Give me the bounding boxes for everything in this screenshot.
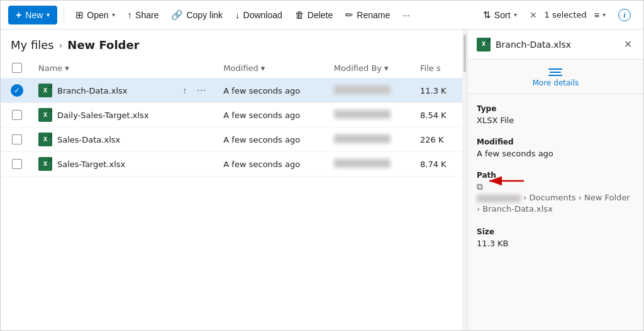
delete-label: Delete: [308, 10, 333, 20]
row-name-cell: XDaily-Sales-Target.xlsx↑⋯: [31, 103, 216, 128]
col-modified-by-header: Modified By ▾: [326, 58, 413, 79]
rename-button[interactable]: ✏ Rename: [340, 6, 395, 24]
xlsx-file-icon: X: [38, 108, 52, 122]
details-close-button[interactable]: ✕: [621, 37, 635, 52]
modified-value: A few seconds ago: [477, 149, 635, 158]
row-share-button[interactable]: ↑: [180, 158, 189, 170]
vertical-scrollbar[interactable]: [462, 30, 467, 331]
row-share-button[interactable]: ↑: [180, 109, 189, 121]
more-button[interactable]: ···: [397, 7, 415, 23]
modified-by-blurred: [334, 134, 391, 143]
select-all-checkbox[interactable]: [12, 63, 22, 73]
rename-icon: ✏: [345, 9, 353, 21]
file-name: Sales-Data.xlsx: [57, 135, 120, 144]
row-share-button[interactable]: ↑: [180, 133, 189, 146]
row-modified-cell: A few seconds ago: [216, 128, 326, 152]
row-checkbox-cell: ✓: [1, 79, 31, 103]
col-checkbox: [1, 58, 31, 79]
new-label: New: [25, 10, 43, 20]
details-filename-row: X Branch-Data.xlsx: [477, 38, 571, 52]
hamburger-line-2: [550, 72, 561, 73]
checked-icon[interactable]: ✓: [11, 84, 23, 97]
row-modified-cell: A few seconds ago: [216, 152, 326, 176]
table-row[interactable]: ✓XBranch-Data.xlsx↑⋯A few seconds ago11.…: [1, 79, 462, 103]
breadcrumb-separator: ›: [59, 40, 63, 50]
row-more-button[interactable]: ⋯: [194, 158, 208, 170]
modified-by-sort-button[interactable]: Modified By ▾: [334, 63, 389, 73]
unchecked-checkbox[interactable]: [12, 110, 22, 120]
deselect-button[interactable]: ✕: [525, 7, 542, 23]
details-tabs: More details: [468, 60, 643, 94]
size-value: 11.3 KB: [477, 239, 635, 248]
row-more-button[interactable]: ⋯: [194, 133, 208, 146]
table-row[interactable]: XDaily-Sales-Target.xlsx↑⋯A few seconds …: [1, 103, 462, 128]
open-button[interactable]: ⊞ Open ▾: [70, 6, 119, 24]
unchecked-checkbox[interactable]: [12, 134, 22, 144]
toolbar-right: ⇅ Sort ▾ ✕ 1 selected ≡ ▾ i: [478, 6, 636, 24]
share-label: Share: [135, 10, 158, 20]
share-icon: ↑: [128, 9, 133, 20]
modified-by-blurred: [334, 85, 391, 94]
unchecked-checkbox[interactable]: [12, 159, 22, 169]
row-more-button[interactable]: ⋯: [194, 84, 208, 97]
modified-sort-icon: ▾: [261, 63, 265, 73]
modified-by-sort-icon: ▾: [384, 63, 389, 73]
col-name-header: Name ▾: [31, 58, 216, 79]
details-panel: X Branch-Data.xlsx ✕ More details Type X…: [467, 30, 643, 331]
row-modified-by-cell: [326, 103, 413, 128]
details-tab-label: More details: [533, 79, 579, 87]
row-modified-cell: A few seconds ago: [216, 79, 326, 103]
sort-button[interactable]: ⇅ Sort ▾: [478, 6, 522, 24]
trash-icon: 🗑: [295, 9, 304, 20]
rename-label: Rename: [357, 10, 390, 20]
info-button[interactable]: i: [613, 6, 636, 24]
table-header: Name ▾ Modified ▾ Modifi: [1, 58, 462, 79]
modified-by-blurred: [334, 110, 391, 119]
name-sort-button[interactable]: Name ▾: [38, 63, 69, 73]
breadcrumb-root[interactable]: My files: [11, 38, 54, 52]
col-name-label: Name: [38, 63, 62, 73]
new-button[interactable]: + New ▾: [8, 6, 57, 24]
file-panel: My files › New Folder Name: [1, 30, 462, 331]
xlsx-file-icon: X: [38, 133, 52, 146]
path-section: Path ⧉ › Documents › Ne: [477, 171, 635, 215]
download-icon: ↓: [235, 9, 240, 20]
download-label: Download: [243, 10, 282, 20]
row-checkbox-cell: [1, 103, 31, 128]
row-name-cell: XSales-Target.xlsx↑⋯: [31, 152, 216, 176]
path-blurred: [477, 195, 521, 202]
modified-sort-button[interactable]: Modified ▾: [223, 63, 265, 73]
row-size-cell: 8.54 K: [413, 103, 462, 128]
main-area: My files › New Folder Name: [1, 30, 643, 331]
file-name: Daily-Sales-Target.xlsx: [57, 111, 149, 120]
breadcrumb-current: New Folder: [67, 38, 139, 52]
copy-link-button[interactable]: 🔗 Copy link: [166, 6, 228, 24]
view-toggle-button[interactable]: ≡ ▾: [589, 7, 611, 23]
row-name-cell: XSales-Data.xlsx↑⋯: [31, 128, 216, 152]
modified-section: Modified A few seconds ago: [477, 138, 635, 158]
plus-icon: +: [16, 9, 21, 21]
scrollbar-thumb: [464, 35, 466, 72]
table-row[interactable]: XSales-Target.xlsx↑⋯A few seconds ago8.7…: [1, 152, 462, 176]
more-details-tab[interactable]: More details: [533, 68, 579, 87]
open-label: Open: [87, 10, 108, 20]
share-button[interactable]: ↑ Share: [123, 6, 164, 23]
delete-button[interactable]: 🗑 Delete: [290, 6, 338, 23]
row-size-cell: 8.74 K: [413, 152, 462, 176]
open-chevron-icon: ▾: [112, 11, 115, 18]
row-more-button[interactable]: ⋯: [194, 109, 208, 121]
download-button[interactable]: ↓ Download: [230, 6, 287, 23]
open-icon: ⊞: [75, 9, 84, 21]
path-row: ⧉: [477, 182, 635, 192]
row-modified-by-cell: [326, 152, 413, 176]
row-share-button[interactable]: ↑: [180, 84, 189, 97]
xlsx-file-icon: X: [38, 84, 52, 97]
sort-chevron-icon: ▾: [514, 11, 517, 18]
toolbar-separator: [64, 8, 64, 23]
view-chevron-icon: ▾: [602, 11, 606, 18]
table-row[interactable]: XSales-Data.xlsx↑⋯A few seconds ago226 K: [1, 128, 462, 152]
file-name: Branch-Data.xlsx: [57, 86, 128, 95]
path-value: › Documents › New Folder › Branch-Data.x…: [477, 192, 635, 215]
details-tab-icon: [548, 68, 562, 76]
selected-badge: 1 selected: [545, 10, 587, 19]
